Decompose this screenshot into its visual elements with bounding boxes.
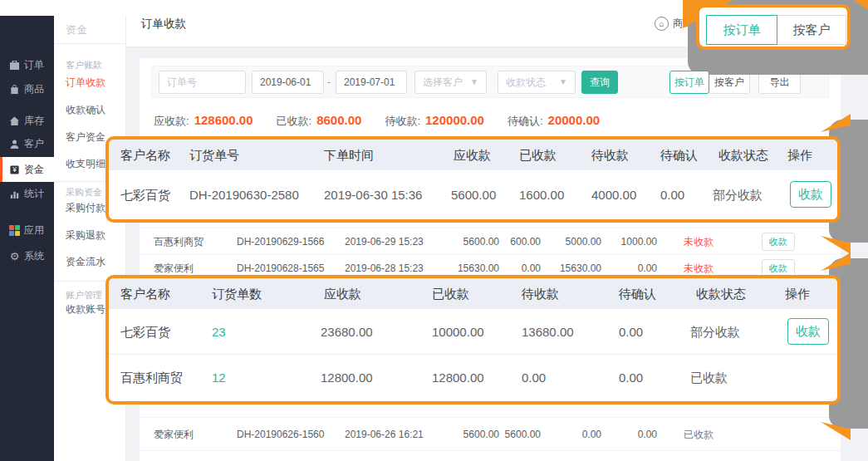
chevron-down-icon: ▼ — [559, 71, 567, 93]
inventory-icon — [9, 115, 20, 126]
by-order-toggle-zoomed[interactable]: 按订单 — [706, 15, 777, 45]
subnav-item-collection-account[interactable]: 收款账号 — [66, 302, 105, 316]
sidebar-item-label: 资金 — [24, 163, 44, 177]
sidebar-item-label: 统计 — [24, 187, 44, 201]
cell-pending: 4000.00 — [591, 170, 636, 219]
home-icon: ⌂ — [655, 17, 669, 31]
col-order-count: 订货单数 — [212, 278, 262, 309]
by-order-toggle[interactable]: 按订单 — [669, 71, 709, 94]
summary-label: 待收款: — [385, 114, 420, 129]
customer-select[interactable]: 选择客户▼ — [414, 71, 487, 94]
cell-unconfirmed: 0.00 — [660, 170, 684, 219]
cell-customer: 百惠利商贸 — [120, 355, 183, 400]
subnav-item-customer-funds[interactable]: 客户资金 — [66, 130, 105, 145]
date-from-input[interactable]: 2019-06-01 — [252, 71, 324, 94]
subnav-item-order-collection[interactable]: 订单收款 — [66, 76, 105, 90]
sidebar-item-label: 库存 — [24, 114, 44, 128]
subnav-item-purchase-refund[interactable]: 采购退款 — [66, 228, 105, 243]
subnav-item-purchase-payment[interactable]: 采购付款 — [66, 201, 105, 215]
funds-icon: ¥ — [9, 164, 20, 175]
order-no-input[interactable] — [167, 71, 238, 93]
cell-received: 10000.00 — [432, 309, 484, 355]
summary-label: 待确认: — [508, 114, 543, 129]
sidebar-item-apps[interactable]: 应用 — [0, 218, 54, 242]
cell-receivable: 5600.00 — [451, 170, 496, 219]
cell-pending: 0.00 — [522, 355, 546, 400]
collect-button[interactable]: 收款 — [790, 181, 831, 208]
summary-value: 128600.00 — [194, 113, 253, 127]
sidebar-item-label: 系统 — [24, 249, 44, 263]
cell-received: 12800.00 — [432, 355, 484, 400]
cell-customer: 七彩百货 — [120, 309, 170, 355]
summary-bar: 应收款: 128600.00 已收款: 8600.00 待收款: 120000.… — [154, 108, 600, 133]
page-title: 订单收款 — [141, 0, 186, 47]
subnav-group-purchase-funds: 采购资金 — [66, 186, 102, 199]
summary-received: 已收款: 8600.00 — [277, 113, 362, 129]
svg-text:¥: ¥ — [12, 165, 17, 174]
cell-pending: 0.00 — [543, 418, 601, 452]
view-toggle-callout: 按订单 按客户 — [696, 4, 851, 50]
system-icon: ⚙ — [9, 251, 20, 262]
collect-button[interactable]: 收款 — [787, 318, 829, 345]
subnav-item-collection-confirm[interactable]: 收款确认 — [66, 103, 105, 117]
cell-customer: 七彩百货 — [120, 170, 170, 219]
order-count-link[interactable]: 12 — [212, 355, 226, 400]
customer-select-placeholder: 选择客户 — [423, 71, 463, 93]
cell-received: 5600.00 — [483, 418, 541, 452]
col-receivable: 应收款 — [454, 140, 491, 170]
status-select-placeholder: 收款状态 — [506, 71, 546, 93]
sidebar-item-products[interactable]: 商品 — [0, 77, 54, 101]
cell-unconfirmed: 0.00 — [619, 309, 643, 355]
subnav-group-customer-accounts: 客户账款 — [66, 59, 102, 71]
cell-customer: 爱家便利 — [154, 418, 194, 452]
app-window: 订单收款 ⌂ 商城 订单 商品 库存 客户 ¥ 资金 统计 — [0, 0, 868, 461]
cell-order-no: DH-20190629-1566 — [237, 228, 324, 256]
by-customer-toggle-zoomed[interactable]: 按客户 — [777, 15, 846, 45]
cell-order-no: DH-20190630-2580 — [189, 170, 299, 219]
status-select[interactable]: 收款状态▼ — [498, 71, 576, 94]
cell-time: 2019-06-26 16:21 — [345, 418, 424, 452]
col-received: 已收款 — [432, 278, 469, 309]
by-order-table-callout: 客户名称 订货单号 下单时间 应收款 已收款 待收款 待确认 收款状态 操作 七… — [105, 136, 841, 223]
cell-received: 600.00 — [483, 228, 541, 256]
table-row: 七彩百货 DH-20190630-2580 2019-06-30 15:36 5… — [109, 170, 837, 219]
summary-label: 已收款: — [277, 114, 312, 129]
sidebar-item-system[interactable]: ⚙ 系统 — [0, 244, 54, 267]
date-separator: - — [327, 71, 331, 94]
sidebar-item-label: 商品 — [24, 82, 44, 96]
col-pending: 待收款 — [522, 278, 559, 309]
subnav-item-funds-flow[interactable]: 资金流水 — [66, 255, 105, 269]
cell-customer: 百惠利商贸 — [154, 228, 204, 256]
cell-pending: 13680.00 — [522, 309, 574, 355]
subnav-item-income-expense-detail[interactable]: 收支明细 — [66, 157, 105, 171]
col-received: 已收款 — [519, 140, 557, 170]
cell-time: 2019-06-29 15:23 — [345, 228, 424, 256]
col-status: 收款状态 — [696, 278, 746, 309]
status-badge: 未收款 — [684, 228, 714, 256]
sidebar-item-inventory[interactable]: 库存 — [0, 109, 54, 132]
sidebar-item-funds[interactable]: ¥ 资金 — [0, 157, 54, 182]
date-to-value: 2019-07-01 — [344, 71, 395, 93]
summary-label: 应收款: — [154, 114, 189, 129]
table-header-row: 客户名称 订货单号 下单时间 应收款 已收款 待收款 待确认 收款状态 操作 — [109, 140, 837, 170]
order-no-input-wrap — [159, 71, 246, 94]
by-customer-table-callout: 客户名称 订货单数 应收款 已收款 待收款 待确认 收款状态 操作 七彩百货 2… — [105, 275, 841, 405]
status-badge: 部分收款 — [690, 309, 740, 355]
sidebar-item-stats[interactable]: 统计 — [0, 182, 54, 205]
sidebar-item-label: 应用 — [24, 223, 44, 238]
summary-pending: 待收款: 120000.00 — [385, 113, 484, 129]
collect-button[interactable]: 收款 — [762, 233, 795, 251]
summary-unconfirmed: 待确认: 20000.00 — [508, 113, 600, 129]
sidebar-item-customers[interactable]: 客户 — [0, 132, 54, 155]
sidebar-item-orders[interactable]: 订单 — [0, 53, 54, 76]
summary-value: 20000.00 — [548, 113, 601, 127]
order-count-link[interactable]: 23 — [212, 309, 226, 355]
status-badge: 已收款 — [684, 418, 714, 452]
summary-receivable: 应收款: 128600.00 — [154, 113, 253, 129]
cell-unconfirmed: 0.00 — [619, 355, 643, 400]
cell-unconfirmed: 1000.00 — [599, 228, 657, 256]
table-header-row: 客户名称 订货单数 应收款 已收款 待收款 待确认 收款状态 操作 — [109, 278, 837, 309]
search-button[interactable]: 查询 — [581, 71, 618, 94]
date-to-input[interactable]: 2019-07-01 — [336, 71, 407, 94]
stats-icon — [9, 189, 20, 199]
